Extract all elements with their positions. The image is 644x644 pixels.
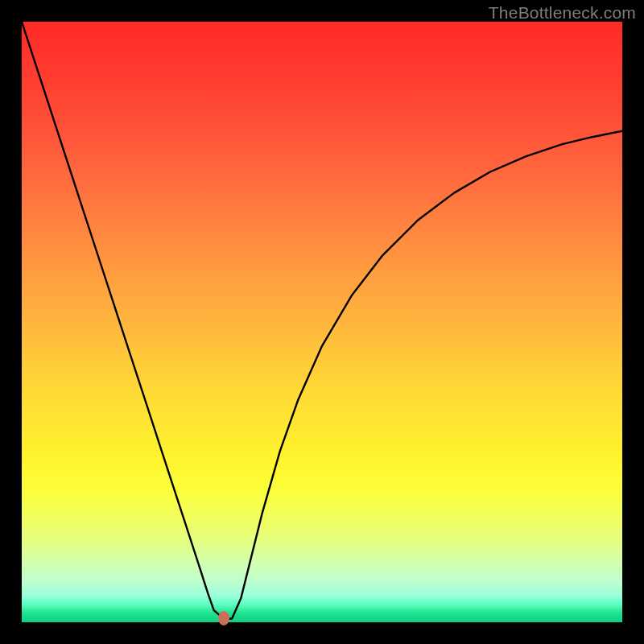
plot-area [22,22,622,622]
watermark-label: TheBottleneck.com [489,3,636,23]
optimum-marker [218,611,229,625]
chart-frame: TheBottleneck.com [0,0,644,644]
bottleneck-curve [22,22,622,619]
curve-svg [22,22,622,622]
